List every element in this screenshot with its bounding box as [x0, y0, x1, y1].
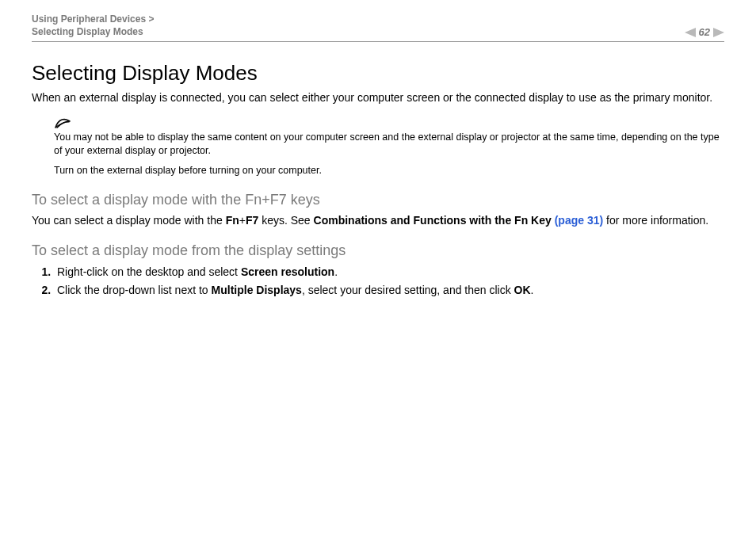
prev-page-icon[interactable] — [685, 28, 696, 37]
breadcrumb: Using Peripheral Devices > Selecting Dis… — [32, 13, 154, 38]
step-1: Right-click on the desktop and select Sc… — [54, 264, 724, 280]
key-fn: Fn — [226, 214, 239, 227]
paragraph-fn-f7: You can select a display mode with the F… — [32, 213, 724, 228]
note-block: You may not be able to display the same … — [54, 116, 724, 177]
text: . — [334, 265, 338, 278]
text: + — [239, 214, 246, 227]
reference-title: Combinations and Functions with the Fn K… — [314, 214, 552, 227]
text: for more information. — [603, 214, 708, 227]
ui-label-multiple-displays: Multiple Displays — [212, 284, 302, 296]
subhead-fn-f7: To select a display mode with the Fn+F7 … — [32, 192, 724, 208]
ui-label-ok: OK — [514, 284, 531, 296]
text: You can select a display mode with the — [32, 214, 226, 227]
text: keys. See — [258, 214, 313, 227]
note-text-2: Turn on the external display before turn… — [54, 164, 724, 177]
page-title: Selecting Display Modes — [32, 61, 724, 86]
intro-paragraph: When an external display is connected, y… — [32, 90, 724, 105]
subhead-display-settings: To select a display mode from the displa… — [32, 242, 724, 259]
step-2: Click the drop-down list next to Multipl… — [54, 282, 724, 299]
ui-label-screen-resolution: Screen resolution — [241, 265, 334, 278]
note-icon — [54, 116, 724, 131]
page-nav: 62 — [685, 26, 724, 38]
page-number: 62 — [699, 26, 710, 38]
steps-list: Right-click on the desktop and select Sc… — [32, 264, 724, 299]
text: , select your desired setting, and then … — [302, 284, 514, 296]
page-header: Using Peripheral Devices > Selecting Dis… — [32, 13, 724, 42]
text: . — [531, 284, 534, 296]
note-text-1: You may not be able to display the same … — [54, 131, 724, 158]
key-f7: F7 — [246, 214, 258, 227]
breadcrumb-current: Selecting Display Modes — [32, 25, 154, 38]
text: Click the drop-down list next to — [57, 284, 212, 296]
next-page-icon[interactable] — [713, 28, 724, 37]
text: Right-click on the desktop and select — [57, 265, 241, 278]
breadcrumb-parent: Using Peripheral Devices > — [32, 13, 154, 25]
page-link[interactable]: (page 31) — [552, 214, 603, 227]
